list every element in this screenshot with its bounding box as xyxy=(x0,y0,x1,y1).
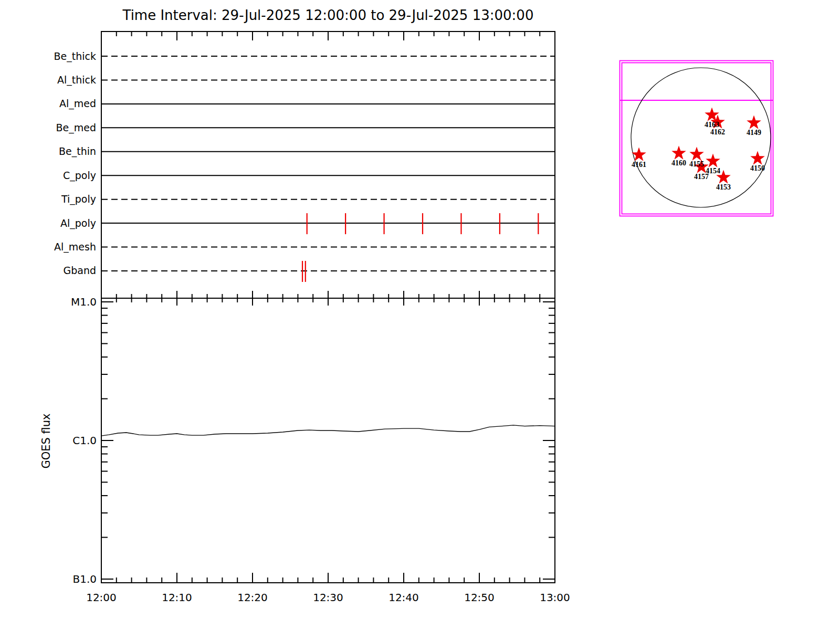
active-region-label-4160: 4160 xyxy=(671,159,686,167)
filter-row-label: Al_poly xyxy=(60,217,96,229)
active-region-star-4150 xyxy=(750,151,765,165)
x-tick-label: 12:20 xyxy=(237,591,268,604)
active-region-stars xyxy=(632,108,765,184)
filter-row-label: Be_med xyxy=(56,122,96,134)
active-region-label-4162: 4162 xyxy=(710,128,725,136)
filter-row-label: Al_mesh xyxy=(54,241,96,253)
y-tick-label: B1.0 xyxy=(72,573,97,585)
filter-row-Al_mesh: Al_mesh xyxy=(54,241,555,253)
filter-row-Be_med: Be_med xyxy=(56,122,555,134)
active-region-label-4153: 4153 xyxy=(716,183,731,191)
solar-observation-timeline-page: { "title": "Time Interval: 29-Jul-2025 1… xyxy=(0,0,840,630)
active-region-star-4155 xyxy=(689,147,704,161)
map-inner-border xyxy=(622,63,771,214)
filter-row-Gband: Gband xyxy=(63,261,555,282)
active-region-label-4157: 4157 xyxy=(694,173,709,181)
filter-row-label: Ti_poly xyxy=(61,193,96,205)
timeline-x-ticks xyxy=(101,32,555,306)
active-region-star-4154 xyxy=(706,154,720,167)
filter-row-Al_med: Al_med xyxy=(59,98,555,110)
filter-row-label: Gband xyxy=(63,265,96,276)
active-region-star-4161 xyxy=(632,148,646,161)
goes-x-ticks xyxy=(101,573,555,582)
plots-canvas: Be_thickAl_thickAl_medBe_medBe_thinC_pol… xyxy=(0,0,840,630)
x-tick-label: 12:40 xyxy=(388,591,419,604)
goes-y-ticks xyxy=(102,302,554,579)
x-tick-label: 12:10 xyxy=(162,591,192,604)
filter-row-label: Be_thin xyxy=(59,145,96,158)
solar-disk-circle xyxy=(631,68,771,207)
filter-row-label: Al_thick xyxy=(57,74,96,86)
x-tick-label: 12:00 xyxy=(86,591,117,604)
active-region-label-4149: 4149 xyxy=(747,129,761,136)
solar-disk-map: 4163416241494161416041554154415741534150 xyxy=(620,61,773,216)
active-region-label-4155: 4155 xyxy=(689,160,704,168)
filter-row-Al_poly: Al_poly xyxy=(60,213,555,234)
goes-flux-panel: 12:0012:1012:2012:3012:4012:5013:00M1.0C… xyxy=(71,296,570,604)
filter-row-Al_thick: Al_thick xyxy=(57,74,555,86)
goes-flux-curve xyxy=(101,425,555,436)
filter-row-label: C_poly xyxy=(63,170,96,182)
goes-flux-axis-label: GOES flux xyxy=(40,413,52,468)
x-tick-label: 12:30 xyxy=(313,591,343,604)
active-region-star-4160 xyxy=(671,146,686,160)
filter-row-Be_thin: Be_thin xyxy=(59,145,555,158)
filter-row-C_poly: C_poly xyxy=(63,170,555,182)
chart-title: Time Interval: 29-Jul-2025 12:00:00 to 2… xyxy=(101,7,555,23)
active-region-label-4161: 4161 xyxy=(632,161,646,169)
y-tick-label: C1.0 xyxy=(72,434,97,447)
filter-row-Ti_poly: Ti_poly xyxy=(61,193,555,205)
y-tick-label: M1.0 xyxy=(71,296,97,308)
x-tick-label: 12:50 xyxy=(464,591,495,604)
filter-row-label: Be_thick xyxy=(54,50,96,62)
x-tick-label: 13:00 xyxy=(540,591,570,604)
filter-row-label: Al_med xyxy=(59,98,96,110)
active-region-label-4163: 4163 xyxy=(705,121,719,129)
active-region-star-4149 xyxy=(747,116,761,129)
filter-row-Be_thick: Be_thick xyxy=(54,50,555,62)
goes-panel-border xyxy=(101,298,555,583)
map-outer-border xyxy=(620,61,773,216)
filter-panel-border xyxy=(101,32,555,298)
filter-timeline-panel: Be_thickAl_thickAl_medBe_medBe_thinC_pol… xyxy=(54,32,555,306)
active-region-label-4150: 4150 xyxy=(750,164,765,172)
